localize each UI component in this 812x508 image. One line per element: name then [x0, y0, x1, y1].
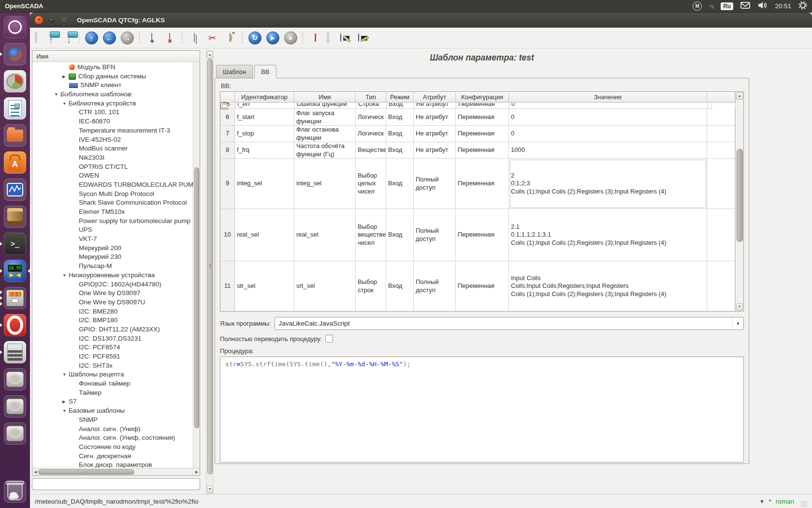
- cell-name[interactable]: real_sel: [294, 209, 356, 261]
- tree-horizontal-scrollbar[interactable]: ◀ ▶: [32, 468, 200, 475]
- cell-value[interactable]: 2 0;1;2;3 Coils (1);Input Coils (2);Regi…: [509, 159, 707, 209]
- cell-type[interactable]: Выбор строк: [356, 261, 386, 311]
- cell-value[interactable]: 1000: [509, 142, 707, 159]
- cell-mode[interactable]: Вход: [387, 103, 414, 109]
- tree-item[interactable]: ▼Библиотека шаблонов:: [32, 90, 193, 99]
- cell-config[interactable]: Переменная: [456, 103, 509, 109]
- resize-grip[interactable]: [801, 501, 807, 507]
- scrollbar-thumb[interactable]: [194, 167, 199, 428]
- cell-mode[interactable]: Вход: [386, 209, 414, 261]
- column-header[interactable]: Идентификатор: [235, 92, 294, 103]
- row-number-cell[interactable]: 9: [220, 159, 235, 209]
- cell-attr[interactable]: Не атрибут: [414, 109, 456, 126]
- cell-config[interactable]: Переменная: [456, 159, 509, 209]
- launcher-item[interactable]: [0, 366, 30, 393]
- column-header[interactable]: Конфигурация: [456, 92, 509, 103]
- tree-item[interactable]: Меркурий 200: [32, 244, 193, 253]
- cell-attr[interactable]: Полный доступ: [414, 159, 456, 209]
- cell-config[interactable]: Переменная: [456, 109, 509, 126]
- window-titlebar[interactable]: × − ▢ OpenSCADA QTCfg: AGLKS: [30, 13, 812, 28]
- cell-mode[interactable]: Вход: [386, 126, 414, 142]
- network-updown-icon[interactable]: ↑↓: [709, 2, 713, 10]
- row-number-cell[interactable]: 6: [220, 109, 235, 126]
- configurator-button[interactable]: [333, 30, 349, 46]
- row-number-cell[interactable]: 11: [220, 261, 235, 311]
- status-dropdown-icon[interactable]: ▼: [760, 499, 765, 504]
- tree-item[interactable]: Сигн. дискретная: [32, 452, 193, 461]
- launcher-item[interactable]: [0, 339, 30, 366]
- cell-config[interactable]: Переменная: [456, 261, 509, 311]
- cell-type[interactable]: Веществе: [356, 142, 386, 159]
- tree-item[interactable]: Таймер: [32, 388, 193, 398]
- tree-filter-input[interactable]: [32, 478, 200, 490]
- cell-mode[interactable]: Вход: [386, 261, 414, 311]
- launcher-item[interactable]: [0, 393, 30, 420]
- stop-button[interactable]: ×: [282, 30, 299, 46]
- tree-item[interactable]: ▶S7: [32, 397, 193, 406]
- launcher-item[interactable]: [0, 478, 30, 505]
- scroll-up-arrow-icon[interactable]: ▲: [736, 92, 743, 100]
- tree-item[interactable]: Фоновый таймер: [32, 379, 193, 388]
- tree-item[interactable]: VKT-7: [32, 235, 193, 244]
- cell-config[interactable]: Переменная: [456, 142, 509, 159]
- expander-icon[interactable]: ▼: [62, 370, 69, 379]
- tree-item[interactable]: I2C: BMP180: [32, 316, 193, 325]
- column-header[interactable]: Режим: [386, 92, 414, 103]
- add-item-button[interactable]: +: [144, 30, 160, 46]
- tree-item[interactable]: Nik2303I: [32, 153, 193, 163]
- row-number-cell[interactable]: 8: [220, 142, 235, 159]
- close-button[interactable]: ×: [34, 15, 44, 25]
- cell-value[interactable]: Input Coils Coils;Input Coils;Registers;…: [509, 261, 707, 311]
- cell-config[interactable]: Переменная: [456, 209, 509, 261]
- translate-procedure-checkbox[interactable]: [325, 335, 333, 343]
- launcher-item[interactable]: 10.95: [0, 257, 30, 284]
- tree-item[interactable]: ▼Шаблоны рецепта: [32, 370, 193, 379]
- expander-icon[interactable]: ▼: [54, 90, 60, 99]
- scroll-right-arrow-icon[interactable]: ▶: [194, 470, 200, 474]
- tab-template[interactable]: Шаблон: [216, 65, 253, 78]
- scrollbar-thumb[interactable]: [737, 149, 743, 242]
- cell-name[interactable]: Ошибка функции: [295, 103, 356, 109]
- cell-type[interactable]: Строка: [356, 103, 387, 109]
- tree-item[interactable]: I2C: PCF8591: [32, 352, 193, 361]
- save-button[interactable]: ↓: [58, 30, 75, 46]
- cell-mode[interactable]: Вход: [386, 159, 414, 209]
- expander-icon[interactable]: ▶: [62, 72, 69, 81]
- cell-mode[interactable]: Вход: [386, 142, 414, 159]
- launcher-item[interactable]: >_: [0, 230, 30, 257]
- tree-item[interactable]: Меркурий 230: [32, 253, 193, 262]
- procedure-code-editor[interactable]: str=SYS.strftime(SYS.time(),"%Y-%m-%d-%H…: [220, 357, 744, 463]
- column-header[interactable]: Тип: [356, 92, 386, 103]
- tree-item[interactable]: UPS: [32, 225, 193, 235]
- tree-item[interactable]: I2C: SHT3x: [32, 361, 193, 371]
- toolbar-handle[interactable]: [35, 32, 37, 44]
- row-number-cell[interactable]: 10: [220, 209, 235, 261]
- tree-item[interactable]: ▼Низкоуровневые устройства: [32, 271, 193, 280]
- cell-name[interactable]: srt_sel: [294, 261, 356, 311]
- tree-item[interactable]: GPIO: DHT11,22 (AM23XX): [32, 325, 193, 334]
- cell-config[interactable]: Переменная: [456, 126, 509, 142]
- launcher-item[interactable]: [0, 284, 30, 312]
- launcher-item[interactable]: [0, 420, 30, 447]
- row-number-cell[interactable]: 5: [221, 103, 235, 109]
- back-button[interactable]: ←: [101, 30, 117, 46]
- tree-item[interactable]: Shark Slave Communication Protocol: [32, 198, 193, 208]
- tree-column-header[interactable]: Имя: [32, 51, 200, 62]
- cell-type[interactable]: Логическ: [356, 126, 386, 142]
- cell-type[interactable]: Выбор веществе чисел: [356, 209, 386, 261]
- vision-button[interactable]: [350, 30, 367, 46]
- scrollbar-thumb[interactable]: [207, 59, 213, 474]
- tree-item[interactable]: IEC-60870: [32, 117, 193, 126]
- scrollbar-thumb[interactable]: [38, 469, 134, 475]
- column-header[interactable]: Атрибут: [414, 92, 456, 103]
- volume-icon[interactable]: [757, 1, 768, 11]
- launcher-item[interactable]: [0, 203, 30, 230]
- manual-button[interactable]: [307, 30, 323, 46]
- scroll-down-arrow-icon[interactable]: ▼: [207, 486, 213, 493]
- cell-value[interactable]: 0: [509, 103, 708, 109]
- tree-item[interactable]: ▼Базовые шаблоны: [32, 406, 193, 416]
- expander-icon[interactable]: ▶: [62, 397, 69, 406]
- expander-icon[interactable]: ▼: [62, 99, 69, 108]
- mail-icon[interactable]: [740, 2, 750, 11]
- tree-item[interactable]: SNMP клиент: [32, 81, 193, 90]
